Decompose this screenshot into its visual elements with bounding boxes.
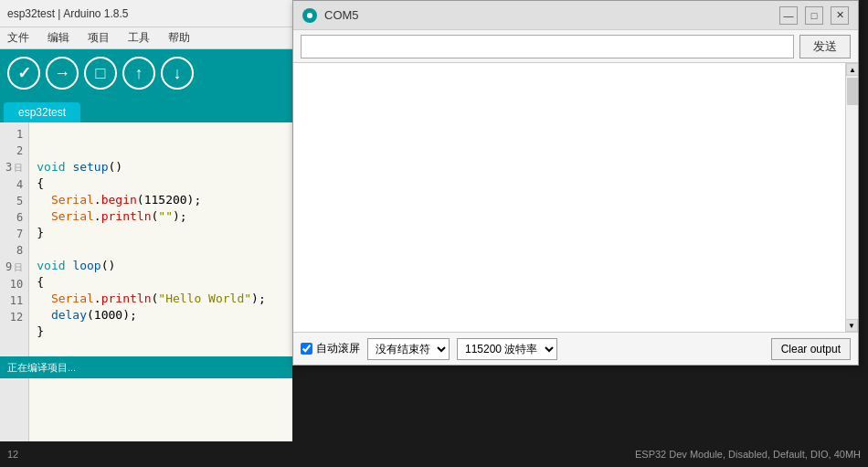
open-button[interactable]: ↑ bbox=[122, 57, 155, 90]
com-input-field[interactable] bbox=[301, 35, 794, 58]
toolbar: ✓ → □ ↑ ↓ bbox=[0, 49, 292, 97]
line-num: 3日 bbox=[5, 159, 23, 176]
svg-point-1 bbox=[307, 13, 312, 18]
board-info: ESP32 Dev Module, Disabled, Default, DIO… bbox=[635, 449, 861, 460]
com-scrollbar[interactable]: ▲ ▼ bbox=[845, 63, 858, 332]
auto-scroll-checkbox[interactable] bbox=[301, 343, 312, 355]
tab-esp32test[interactable]: esp32test bbox=[4, 102, 80, 122]
line-num: 5 bbox=[5, 193, 23, 209]
menu-help[interactable]: 帮助 bbox=[164, 28, 194, 48]
maximize-button[interactable]: □ bbox=[805, 6, 823, 25]
menu-edit[interactable]: 编辑 bbox=[44, 28, 73, 48]
menu-tools[interactable]: 工具 bbox=[124, 28, 153, 48]
line-num: 10 bbox=[5, 276, 23, 292]
line-num: 7 bbox=[5, 226, 23, 242]
line-num: 8 bbox=[5, 242, 23, 259]
clear-output-button[interactable]: Clear output bbox=[771, 338, 851, 360]
com-serial-monitor: COM5 — □ ✕ 发送 ▲ ▼ 自动滚屏 没有结束符 1152 bbox=[292, 0, 859, 366]
line-col-indicator: 12 bbox=[7, 449, 18, 460]
arduino-status-bar: 正在编译项目... bbox=[0, 356, 292, 378]
com-title-bar: COM5 — □ ✕ bbox=[293, 1, 858, 30]
line-num: 9日 bbox=[5, 259, 23, 276]
auto-scroll-text: 自动滚屏 bbox=[316, 341, 360, 356]
line-num: 2 bbox=[5, 143, 23, 159]
line-num: 11 bbox=[5, 292, 23, 309]
arduino-bottom-bar: 12 ESP32 Dev Module, Disabled, Default, … bbox=[0, 441, 868, 467]
verify-button[interactable]: ✓ bbox=[7, 57, 40, 90]
line-num: 1 bbox=[5, 126, 23, 143]
scroll-down-arrow[interactable]: ▼ bbox=[845, 319, 858, 332]
com-send-button[interactable]: 发送 bbox=[799, 35, 851, 58]
new-button[interactable]: □ bbox=[84, 57, 117, 90]
arduino-ide-window: esp32test | Arduino 1.8.5 文件 编辑 项目 工具 帮助… bbox=[0, 0, 292, 467]
auto-scroll-label[interactable]: 自动滚屏 bbox=[301, 341, 360, 356]
menu-file[interactable]: 文件 bbox=[4, 28, 33, 48]
com-output-area: ▲ ▼ bbox=[293, 63, 858, 332]
line-num: 4 bbox=[5, 176, 23, 193]
menu-project[interactable]: 项目 bbox=[84, 28, 113, 48]
scroll-up-arrow[interactable]: ▲ bbox=[846, 63, 858, 76]
baud-rate-select[interactable]: 115200 波特率 bbox=[457, 338, 557, 360]
minimize-button[interactable]: — bbox=[779, 6, 798, 25]
menu-bar: 文件 编辑 项目 工具 帮助 bbox=[0, 27, 292, 49]
com-icon bbox=[302, 8, 317, 23]
status-text: 正在编译项目... bbox=[7, 361, 76, 375]
scrollbar-thumb[interactable] bbox=[847, 78, 858, 105]
com-input-row: 发送 bbox=[293, 30, 858, 63]
line-numbers: 1 2 3日 4 5 6 7 8 9日 10 11 12 bbox=[0, 122, 29, 467]
save-button[interactable]: ↓ bbox=[161, 57, 194, 90]
line-num: 12 bbox=[5, 309, 23, 325]
upload-button[interactable]: → bbox=[46, 57, 79, 90]
window-controls: — □ ✕ bbox=[779, 6, 849, 25]
close-button[interactable]: ✕ bbox=[831, 6, 849, 25]
com-bottom-bar: 自动滚屏 没有结束符 115200 波特率 Clear output bbox=[293, 332, 858, 365]
code-editor[interactable]: 1 2 3日 4 5 6 7 8 9日 10 11 12 void setup(… bbox=[0, 122, 292, 467]
com-title-text: COM5 bbox=[324, 8, 779, 22]
arduino-title-text: esp32test | Arduino 1.8.5 bbox=[7, 7, 129, 20]
line-ending-select[interactable]: 没有结束符 bbox=[367, 338, 450, 360]
line-num: 6 bbox=[5, 209, 23, 226]
code-text[interactable]: void setup() { Serial.begin(115200); Ser… bbox=[29, 122, 292, 467]
tab-bar: esp32test bbox=[0, 97, 292, 122]
arduino-title-bar: esp32test | Arduino 1.8.5 bbox=[0, 0, 292, 27]
